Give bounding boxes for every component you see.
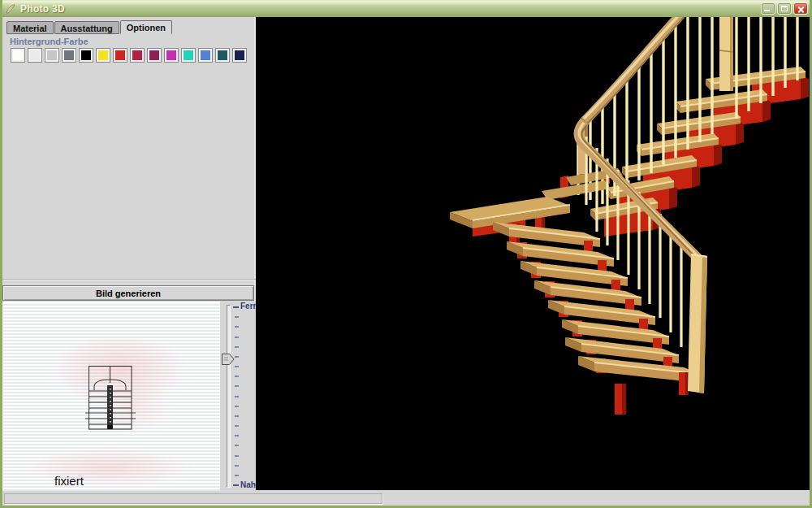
app-window: Photo 3D Material Ausstattung Optionen H… (0, 0, 812, 508)
minimize-icon (764, 10, 770, 11)
slider-tick (233, 484, 239, 486)
color-swatch[interactable] (11, 48, 25, 63)
color-swatch[interactable] (96, 48, 110, 63)
slider-thumb[interactable] (222, 354, 235, 365)
color-swatch[interactable] (130, 48, 145, 63)
tab-optionen[interactable]: Optionen (120, 20, 172, 34)
slider-near-label: Nah (240, 480, 256, 489)
options-panel: Material Ausstattung Optionen Hintergrun… (2, 17, 256, 491)
window-title: Photo 3D (20, 3, 65, 15)
slider-track[interactable] (227, 305, 231, 488)
status-bar (2, 491, 810, 506)
tab-bar: Material Ausstattung Optionen (6, 20, 173, 34)
slider-tick (235, 366, 239, 367)
slider-tick (233, 306, 239, 308)
color-swatch[interactable] (181, 48, 196, 63)
slider-tick (235, 475, 239, 476)
slider-tick (235, 385, 239, 387)
slider-tick (235, 316, 239, 318)
color-swatch[interactable] (232, 48, 247, 63)
tab-material[interactable]: Material (6, 21, 54, 34)
color-swatch[interactable] (198, 48, 213, 63)
slider-tick (235, 326, 239, 328)
color-swatch[interactable] (62, 48, 76, 63)
slider-tick (235, 356, 239, 358)
render-canvas[interactable] (256, 17, 810, 490)
slider-tick (235, 465, 239, 467)
slider-ticks (235, 306, 241, 486)
background-color-label: Hintergrund-Farbe (10, 37, 89, 46)
color-swatch[interactable] (164, 48, 179, 63)
camera-mode-label: fixiert (54, 474, 84, 488)
app-icon (5, 3, 16, 15)
status-message (4, 493, 382, 504)
slider-tick (235, 396, 239, 397)
color-swatch[interactable] (147, 48, 162, 63)
color-swatch[interactable] (45, 48, 59, 63)
color-swatch[interactable] (113, 48, 127, 63)
panel-divider (2, 279, 256, 280)
slider-tick (235, 425, 239, 427)
slider-tick (235, 376, 239, 377)
stair-floorplan-drawing (84, 363, 141, 433)
slider-tick (235, 406, 239, 407)
preview-section: fixiert Fern Nah (2, 302, 256, 491)
slider-tick (235, 415, 239, 417)
titlebar[interactable]: Photo 3D (0, 0, 812, 17)
window-controls (761, 2, 808, 15)
zoom-slider: Fern Nah (220, 302, 256, 491)
maximize-icon (781, 6, 788, 11)
color-swatch[interactable] (79, 48, 93, 63)
slider-tick (235, 346, 239, 348)
slider-tick (235, 336, 239, 338)
color-swatch[interactable] (28, 48, 42, 63)
color-swatch[interactable] (215, 48, 230, 63)
close-icon (797, 6, 805, 13)
close-button[interactable] (793, 2, 808, 15)
stair-plan-preview[interactable]: fixiert (2, 302, 220, 491)
stair-3d-render (256, 17, 810, 490)
generate-image-button[interactable]: Bild generieren (2, 285, 254, 301)
slider-tick (235, 435, 239, 436)
slider-tick (235, 445, 239, 446)
slider-tick (235, 455, 239, 457)
watermark-blob (24, 447, 194, 488)
maximize-button[interactable] (777, 2, 792, 15)
tab-ausstattung[interactable]: Ausstattung (54, 21, 119, 34)
color-swatches (11, 48, 247, 63)
minimize-button[interactable] (761, 2, 775, 15)
